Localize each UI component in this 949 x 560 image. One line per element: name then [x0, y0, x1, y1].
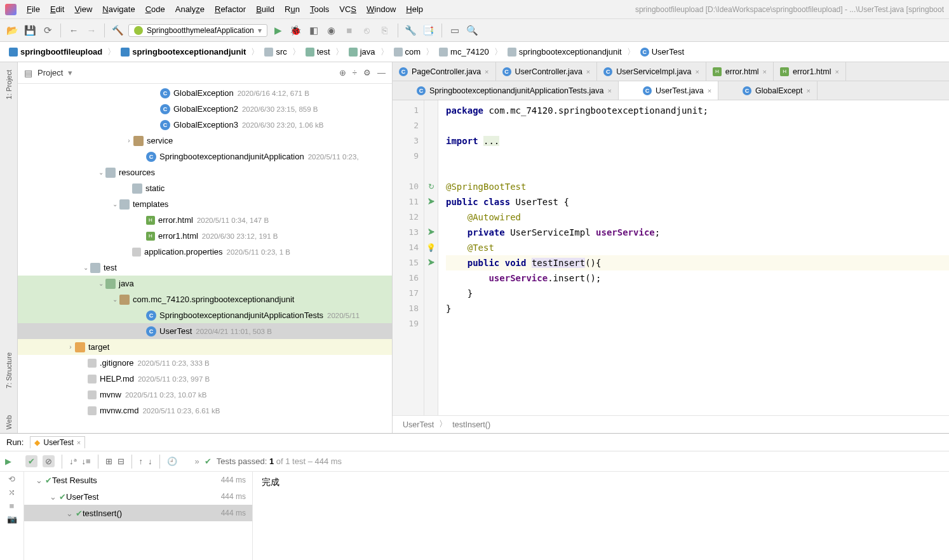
search-icon[interactable]: 🔍 [466, 23, 480, 37]
menu-help[interactable]: Help [402, 3, 427, 15]
show-passed-icon[interactable]: ✔ [25, 455, 37, 467]
bc-pkg2[interactable]: springbootexceptionandjunit [505, 46, 624, 58]
debug-icon[interactable]: 🐞 [289, 23, 303, 37]
project-tool-tab[interactable]: 1: Project [4, 66, 14, 103]
close-icon[interactable]: × [835, 68, 838, 76]
test-tree-row[interactable]: ⌄✔ testInsert()444 ms [24, 505, 252, 521]
tree-row[interactable]: ⌄test [18, 260, 392, 276]
close-icon[interactable]: × [608, 87, 612, 95]
editor-tab[interactable]: GlobalExcept× [718, 81, 818, 100]
open-icon[interactable]: 📂 [5, 23, 19, 37]
menu-code[interactable]: Code [142, 3, 169, 15]
toggle-icon[interactable]: ⤭ [8, 488, 15, 497]
collapse-icon[interactable]: ÷ [353, 68, 357, 77]
tree-row[interactable]: ⌄com.mc_74120.springbootexceptionandjuni… [18, 291, 392, 307]
run-tab[interactable]: ◆ UserTest × [30, 436, 85, 448]
status-method[interactable]: testInsert() [452, 420, 490, 429]
show-ignored-icon[interactable]: ⊘ [43, 455, 55, 467]
rerun-failed-icon[interactable]: ⟲ [8, 474, 15, 484]
collapse-icon[interactable]: ⊟ [118, 457, 125, 466]
tree-row[interactable]: ›service [18, 133, 392, 149]
dropdown-icon[interactable]: ▾ [68, 68, 72, 77]
tree-row[interactable]: .gitignore2020/5/11 0:23, 333 B [18, 355, 392, 371]
close-icon[interactable]: × [77, 439, 81, 446]
gutter-marks[interactable]: ↻⮞⮞💡⮞ [424, 100, 438, 415]
tree-row[interactable]: SpringbootexceptionandjunitApplication20… [18, 149, 392, 164]
attach2-icon[interactable]: ⎘ [378, 23, 392, 37]
close-icon[interactable]: × [485, 68, 488, 76]
tree-row[interactable]: mvnw.cmd2020/5/11 0:23, 6.61 kB [18, 403, 392, 418]
editor-tab[interactable]: error.html× [706, 62, 774, 81]
bc-java[interactable]: java [346, 46, 378, 58]
bc-com[interactable]: com [391, 46, 424, 58]
avd-icon[interactable]: ▭ [448, 23, 462, 37]
bc-pkg[interactable]: mc_74120 [436, 46, 492, 58]
close-icon[interactable]: × [586, 68, 590, 76]
sort-icon[interactable]: ↓ᵃ [69, 457, 77, 466]
editor-tab[interactable]: UserController.java× [496, 62, 598, 81]
tree-row[interactable]: ›target [18, 339, 392, 355]
gear-icon[interactable]: ⚙ [363, 68, 371, 77]
editor-tab[interactable]: SpringbootexceptionandjunitApplicationTe… [393, 81, 619, 100]
save-icon[interactable]: 💾 [23, 23, 37, 37]
bc-root[interactable]: springbootfileupload [6, 46, 105, 58]
test-tree[interactable]: ⌄✔ Test Results444 ms⌄✔ UserTest444 ms⌄✔… [24, 472, 253, 560]
sync-icon[interactable]: ⟳ [41, 23, 55, 37]
bc-test[interactable]: test [303, 46, 333, 58]
rerun-icon[interactable]: ▶ [5, 457, 11, 466]
bc-module[interactable]: springbootexceptionandjunit [118, 46, 248, 58]
stop-icon[interactable]: ■ [10, 501, 15, 510]
menu-file[interactable]: File [23, 3, 44, 15]
tree-row[interactable]: HELP.md2020/5/11 0:23, 997 B [18, 371, 392, 387]
tree-row[interactable]: error.html2020/5/11 0:34, 147 B [18, 212, 392, 228]
camera-icon[interactable]: 📷 [7, 514, 17, 524]
prev-icon[interactable]: ↑ [139, 457, 144, 466]
menu-analyze[interactable]: Analyze [172, 3, 208, 15]
web-tool-tab[interactable]: Web [4, 411, 14, 433]
tree-row[interactable]: SpringbootexceptionandjunitApplicationTe… [18, 307, 392, 323]
menu-edit[interactable]: Edit [46, 3, 68, 15]
tree-row[interactable]: ⌄java [18, 276, 392, 291]
profile-icon[interactable]: ◉ [325, 23, 339, 37]
menu-tools[interactable]: Tools [306, 3, 333, 15]
bc-class[interactable]: UserTest [638, 46, 687, 58]
structure-icon[interactable]: 📑 [422, 23, 436, 37]
tree-row[interactable]: error1.html2020/6/30 23:12, 191 B [18, 228, 392, 244]
test-tree-row[interactable]: ⌄✔ UserTest444 ms [24, 488, 252, 505]
tree-row[interactable]: ⌄templates [18, 196, 392, 212]
tree-row[interactable]: GlobalException32020/6/30 23:20, 1.06 kB [18, 117, 392, 133]
project-tree[interactable]: GlobalException2020/6/16 4:12, 671 BGlob… [18, 84, 392, 433]
close-icon[interactable]: × [695, 68, 699, 76]
menu-run[interactable]: Run [281, 3, 304, 15]
structure-tool-tab[interactable]: 7: Structure [4, 349, 14, 392]
editor-tab[interactable]: UserTest.java× [619, 81, 718, 100]
stop-icon[interactable]: ■ [342, 23, 356, 37]
back-icon[interactable]: ← [67, 23, 81, 37]
tree-row[interactable]: UserTest2020/4/21 11:01, 503 B [18, 323, 392, 339]
expand-icon[interactable]: ⊞ [105, 457, 112, 466]
attach-icon[interactable]: ⎋ [360, 23, 374, 37]
wrench-icon[interactable]: 🔧 [404, 23, 418, 37]
tree-row[interactable]: application.properties2020/5/11 0:23, 1 … [18, 244, 392, 260]
more-icon[interactable]: » [195, 457, 199, 466]
tree-row[interactable]: mvnw2020/5/11 0:23, 10.07 kB [18, 387, 392, 403]
forward-icon[interactable]: → [84, 23, 98, 37]
close-icon[interactable]: × [708, 87, 711, 95]
history-icon[interactable]: 🕘 [167, 457, 177, 466]
build-icon[interactable]: 🔨 [111, 23, 125, 37]
status-class[interactable]: UserTest [403, 420, 434, 429]
menu-vcs[interactable]: VCS [335, 3, 360, 15]
menu-refactor[interactable]: Refactor [211, 3, 250, 15]
close-icon[interactable]: × [763, 68, 767, 76]
code-editor[interactable]: package com.mc_74120.springbootexception… [438, 100, 949, 415]
menu-window[interactable]: Window [363, 3, 400, 15]
tree-row[interactable]: GlobalException22020/6/30 23:15, 859 B [18, 101, 392, 117]
hide-icon[interactable]: — [377, 68, 386, 77]
tree-row[interactable]: GlobalException2020/6/16 4:12, 671 B [18, 85, 392, 101]
menu-view[interactable]: View [71, 3, 96, 15]
run-config-selector[interactable]: SpringbootthymeleafApplication ▾ [128, 24, 267, 37]
editor-tab[interactable]: PageController.java× [393, 62, 496, 81]
sort2-icon[interactable]: ↓≡ [82, 457, 91, 466]
editor-tab[interactable]: error1.html× [774, 62, 846, 81]
menu-navigate[interactable]: Navigate [98, 3, 138, 15]
